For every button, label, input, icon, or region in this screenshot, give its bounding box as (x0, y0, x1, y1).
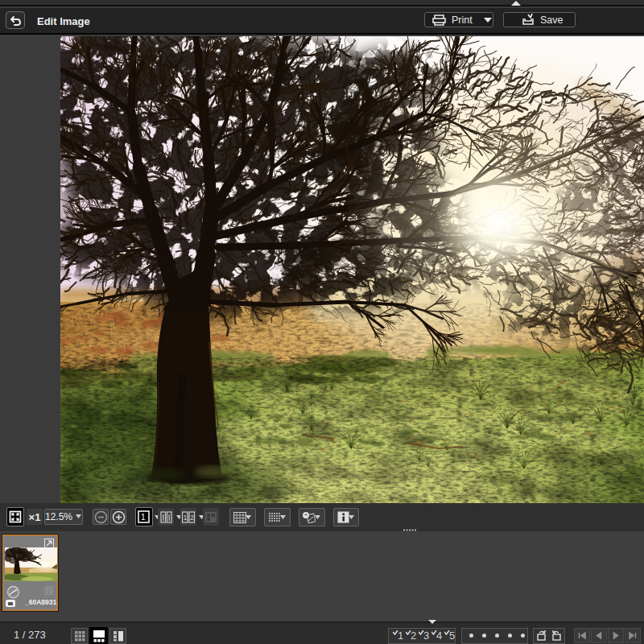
svg-text:2: 2 (190, 514, 194, 522)
svg-text:1: 1 (184, 514, 188, 522)
svg-text:1: 1 (141, 513, 146, 522)
